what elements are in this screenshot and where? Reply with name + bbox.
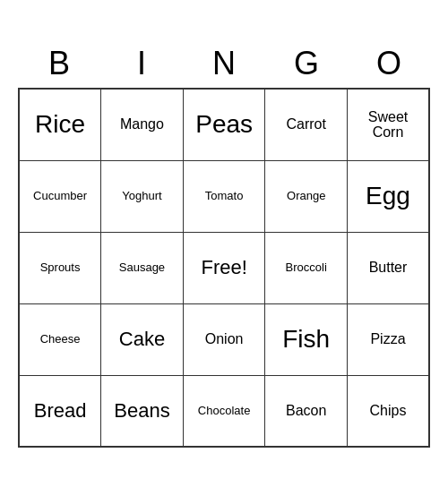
bingo-header: BINGO bbox=[18, 39, 430, 88]
bingo-cell[interactable]: Bacon bbox=[265, 375, 348, 447]
bingo-cell[interactable]: Sausage bbox=[101, 232, 184, 303]
bingo-cell[interactable]: Beans bbox=[101, 375, 184, 447]
bingo-cell[interactable]: Onion bbox=[183, 303, 265, 375]
bingo-cell[interactable]: Rice bbox=[19, 89, 101, 160]
bingo-cell[interactable]: Tomato bbox=[183, 160, 265, 232]
bingo-card-container: BINGO RiceMangoPeasCarrotSweetCornCucumb… bbox=[18, 39, 430, 448]
bingo-cell[interactable]: Fish bbox=[265, 303, 348, 375]
bingo-grid: RiceMangoPeasCarrotSweetCornCucumberYogh… bbox=[18, 88, 430, 448]
bingo-cell[interactable]: Cake bbox=[101, 303, 184, 375]
bingo-cell[interactable]: Cheese bbox=[19, 303, 101, 375]
bingo-cell[interactable]: Mango bbox=[101, 89, 184, 160]
bingo-cell[interactable]: Bread bbox=[19, 375, 101, 447]
bingo-cell[interactable]: Carrot bbox=[265, 89, 348, 160]
header-letter: N bbox=[183, 39, 265, 88]
bingo-cell[interactable]: Egg bbox=[347, 160, 429, 232]
bingo-cell[interactable]: Free! bbox=[183, 232, 265, 303]
bingo-cell[interactable]: Sprouts bbox=[19, 232, 101, 303]
bingo-cell[interactable]: Chocolate bbox=[183, 375, 265, 447]
header-letter: G bbox=[265, 39, 348, 88]
header-letter: O bbox=[348, 39, 430, 88]
bingo-cell[interactable]: SweetCorn bbox=[347, 89, 429, 160]
header-letter: I bbox=[100, 39, 183, 88]
header-letter: B bbox=[18, 39, 100, 88]
bingo-cell[interactable]: Broccoli bbox=[265, 232, 348, 303]
bingo-cell[interactable]: Chips bbox=[347, 375, 429, 447]
bingo-cell[interactable]: Butter bbox=[347, 232, 429, 303]
bingo-cell[interactable]: Yoghurt bbox=[101, 160, 184, 232]
bingo-cell[interactable]: Cucumber bbox=[19, 160, 101, 232]
bingo-cell[interactable]: Peas bbox=[183, 89, 265, 160]
bingo-cell[interactable]: Orange bbox=[265, 160, 348, 232]
bingo-cell[interactable]: Pizza bbox=[347, 303, 429, 375]
